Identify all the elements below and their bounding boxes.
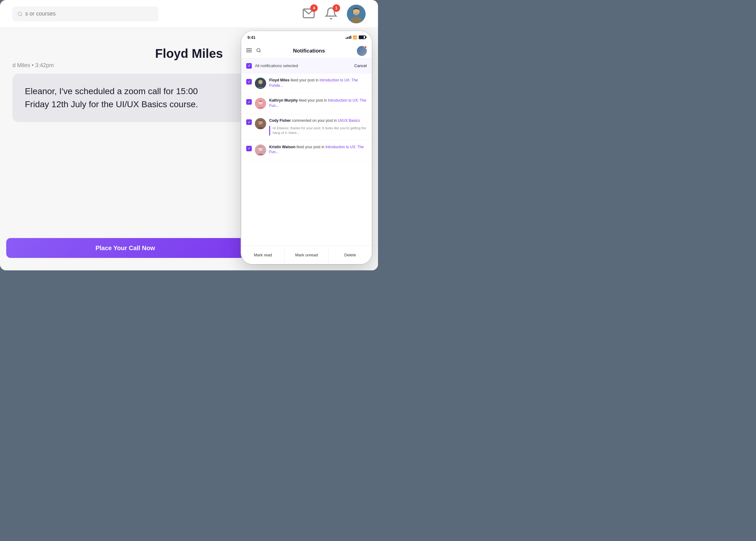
main-content: Floyd Miles d Miles • 3:42pm Eleanor, I'… [0,28,378,270]
svg-point-10 [257,49,260,52]
notif-badge: 1 [333,4,340,12]
notif-content-kristin: Kristin Watson liked your post in Introd… [269,145,367,155]
notif-link-cody[interactable]: UI/UX Basics [338,118,360,123]
notif-avatar-floyd [255,78,266,89]
phone-nav-title: Notifications [266,48,353,54]
notif-text-cody: Cody Fisher commented on your post in UI… [269,118,367,123]
user-avatar[interactable] [347,5,366,23]
notifications-button[interactable]: 1 [325,7,338,21]
delete-button[interactable]: Delete [329,246,372,264]
svg-point-13 [258,80,263,84]
cancel-button[interactable]: Cancel [355,63,367,68]
notif-avatar-cody [255,118,266,129]
battery-icon [359,35,366,39]
message-text: Eleanor, I've scheduled a zoom call for … [25,86,198,109]
mark-read-button[interactable]: Mark read [241,246,285,264]
search-bar[interactable] [12,7,159,21]
message-bubble: Eleanor, I've scheduled a zoom call for … [12,74,248,122]
menu-icon[interactable] [246,48,252,54]
svg-point-0 [18,12,21,15]
notifications-list: Floyd Miles liked your post in Introduct… [241,73,372,246]
notif-checkbox-3[interactable] [246,119,252,125]
notif-checkbox-4[interactable] [246,146,252,151]
notif-text-kathryn: Kathryn Murphy liked your post in Introd… [269,98,367,109]
avatar-online-dot [364,46,367,49]
notif-avatar-kristin [255,145,266,156]
notif-text-kristin: Kristin Watson liked your post in Introd… [269,145,367,155]
header-icons: 4 1 [302,5,366,23]
phone-mockup: 9:41 📶 [241,31,372,264]
cta-button[interactable]: Place Your Call Now [6,238,244,258]
notif-content-floyd: Floyd Miles liked your post in Introduct… [269,78,367,88]
phone-user-avatar[interactable] [357,46,367,56]
bar3 [349,36,350,39]
notif-checkbox-2[interactable] [246,99,252,105]
mail-badge: 4 [310,4,318,12]
avatar-image [347,5,366,23]
bar2 [347,37,348,39]
svg-point-19 [258,147,263,151]
select-all-checkbox[interactable] [246,63,252,69]
phone-status-bar: 9:41 📶 [241,31,372,44]
notif-item-kathryn: Kathryn Murphy liked your post in Introd… [241,94,372,114]
notif-content-cody: Cody Fisher commented on your post in UI… [269,118,367,136]
status-time: 9:41 [248,35,256,40]
notif-item-cody: Cody Fisher commented on your post in UI… [241,114,372,140]
screen-wrapper: 4 1 [0,0,378,270]
wifi-icon: 📶 [353,35,357,39]
phone-search-icon[interactable] [256,48,261,54]
search-input[interactable] [25,11,154,17]
notif-item-kristin: Kristin Watson liked your post in Introd… [241,140,372,160]
phone-action-bar: Mark read Mark unread Delete [241,246,372,264]
mail-button[interactable]: 4 [302,7,315,21]
notif-checkbox-1[interactable] [246,79,252,85]
signal-bars-icon [346,36,351,39]
notif-text-floyd: Floyd Miles liked your post in Introduct… [269,78,367,88]
mark-unread-button[interactable]: Mark unread [285,246,328,264]
battery-fill [360,36,364,39]
search-icon [17,11,23,17]
svg-line-1 [21,15,22,16]
notif-comment-cody: Hi Eleanor, thanks for your post. It loo… [269,126,367,136]
message-meta: d Miles • 3:42pm [6,62,254,69]
bar4 [350,36,351,39]
select-all-label: All notifications selected [255,63,351,68]
status-icons: 📶 [346,35,366,39]
bar1 [346,38,347,39]
phone-nav-bar: Notifications [241,44,372,58]
svg-line-11 [260,51,261,52]
notif-content-kathryn: Kathryn Murphy liked your post in Introd… [269,98,367,109]
header: 4 1 [0,0,378,28]
notif-avatar-kathryn [255,98,266,109]
notif-item-floyd: Floyd Miles liked your post in Introduct… [241,73,372,94]
select-all-bar: All notifications selected Cancel [241,58,372,73]
